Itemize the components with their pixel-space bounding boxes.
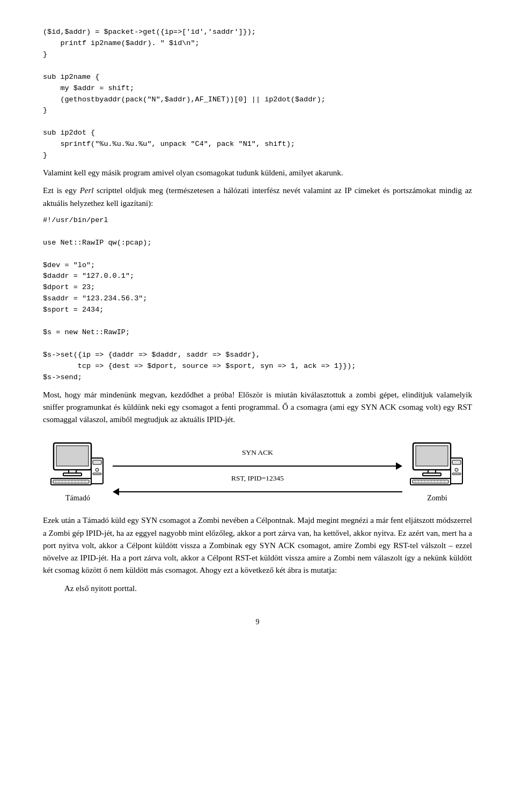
arrows-area: SYN ACK RST, IPID=12345 bbox=[113, 447, 402, 499]
page-number: 9 bbox=[43, 616, 472, 628]
syn-ack-arrow: SYN ACK bbox=[113, 447, 402, 473]
syn-ack-arrow-row bbox=[113, 462, 402, 470]
svg-rect-25 bbox=[413, 480, 448, 483]
code-block-1: ($id,$addr) = $packet->get({ip=>['id','s… bbox=[43, 27, 472, 161]
svg-point-18 bbox=[95, 468, 99, 471]
rst-line bbox=[119, 491, 402, 492]
body-text-5: Az első nyitott porttal. bbox=[64, 582, 472, 595]
body-text-3: Most, hogy már mindenünk megvan, kezdődh… bbox=[43, 389, 472, 426]
svg-rect-3 bbox=[63, 473, 82, 476]
zombie-computer-svg bbox=[408, 442, 467, 490]
network-diagram: Támadó SYN ACK RST, IPID=12345 bbox=[43, 442, 472, 504]
svg-point-38 bbox=[455, 468, 458, 471]
body-text-1: Valamint kell egy másik program amivel o… bbox=[43, 167, 472, 179]
body-text-4: Ezek után a Támadó küld egy SYN csomagot… bbox=[43, 514, 472, 577]
svg-rect-5 bbox=[53, 480, 89, 483]
rst-arrow-row bbox=[113, 488, 402, 496]
svg-rect-17 bbox=[93, 460, 101, 464]
code-block-2: #!/usr/bin/perl use Net::RawIP qw(:pcap)… bbox=[43, 215, 472, 383]
svg-rect-21 bbox=[416, 446, 448, 466]
svg-rect-23 bbox=[423, 473, 441, 476]
syn-ack-arrowhead bbox=[396, 462, 402, 470]
svg-rect-19 bbox=[93, 473, 101, 475]
rst-arrow: RST, IPID=12345 bbox=[113, 473, 402, 499]
syn-ack-line bbox=[113, 466, 396, 467]
attacker-label: Támadó bbox=[65, 492, 90, 504]
italic-perl: Perl bbox=[80, 186, 94, 195]
svg-rect-1 bbox=[56, 446, 89, 466]
attacker-computer: Támadó bbox=[43, 442, 113, 504]
syn-ack-label: SYN ACK bbox=[242, 447, 273, 458]
svg-rect-37 bbox=[452, 460, 461, 464]
attacker-computer-svg bbox=[48, 442, 107, 490]
svg-rect-39 bbox=[452, 473, 461, 475]
zombie-label: Zombi bbox=[427, 492, 447, 504]
body-text-2: Ezt is egy Perl scripttel oldjuk meg (te… bbox=[43, 184, 472, 210]
rst-label: RST, IPID=12345 bbox=[231, 473, 284, 484]
zombie-computer: Zombi bbox=[402, 442, 472, 504]
